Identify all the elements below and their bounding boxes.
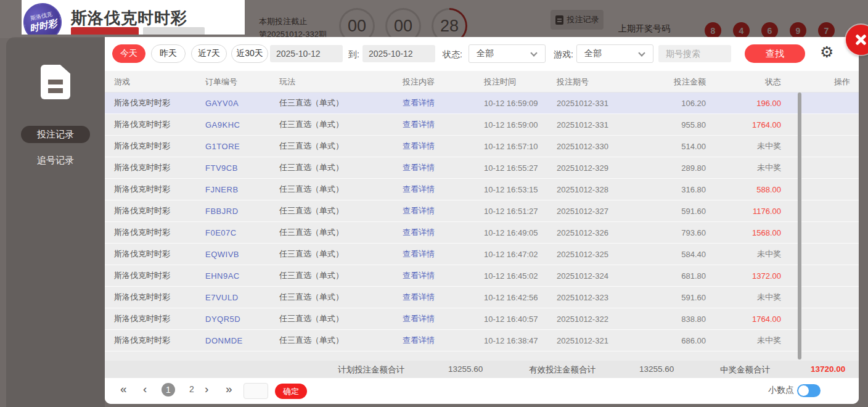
view-details-link[interactable]: 查看详情 [403, 205, 484, 216]
view-details-link[interactable]: 查看详情 [403, 270, 484, 281]
cell-amount: 591.60 [681, 207, 706, 216]
cell-order-code[interactable]: E7VULD [205, 293, 279, 302]
prev-page-button[interactable]: ‹ [143, 382, 147, 396]
view-details-link[interactable]: 查看详情 [403, 141, 484, 152]
period-search-input[interactable] [658, 45, 731, 62]
cell-game: 斯洛伐克时时彩 [114, 97, 205, 109]
view-details-link[interactable]: 查看详情 [403, 162, 484, 173]
date-to-input[interactable] [362, 45, 435, 62]
status-select[interactable]: 全部 [469, 44, 546, 63]
page-jump-input[interactable] [244, 383, 268, 399]
cell-order-code[interactable]: FBBJRD [205, 207, 279, 216]
decimal-label: 小数点 [768, 385, 794, 396]
table-row[interactable]: 斯洛伐克时时彩EQWIVB任三直选（单式）查看详情10-12 16:47:022… [105, 244, 859, 265]
table-row[interactable]: 斯洛伐克时时彩FBBJRD任三直选（单式）查看详情10-12 16:51:272… [105, 200, 859, 222]
cell-game: 斯洛伐克时时彩 [114, 270, 205, 281]
game-label: 游戏: [554, 49, 573, 60]
view-details-link[interactable]: 查看详情 [403, 313, 484, 324]
page-number-1[interactable]: 1 [162, 383, 175, 397]
view-details-link[interactable]: 查看详情 [403, 97, 484, 109]
bet-records-modal: 今天昨天近7天近30天 到: 状态: 全部 游戏: 全部 查找 ⚙ 游戏订单编号… [105, 37, 859, 404]
date-from-input[interactable] [270, 45, 343, 62]
column-header: 状态 [765, 76, 781, 88]
cell-amount: 686.00 [681, 336, 706, 345]
view-details-link[interactable]: 查看详情 [403, 184, 484, 195]
table-row[interactable]: 斯洛伐克时时彩F0E07C任三直选（单式）查看详情10-12 16:49:052… [105, 222, 859, 244]
cell-amount: 681.80 [681, 271, 706, 281]
table-header: 游戏订单编号玩法投注内容投注时间投注期号投注金额状态操作 [105, 71, 859, 92]
view-details-link[interactable]: 查看详情 [403, 249, 484, 260]
cell-bet-time: 10-12 16:51:27 [484, 207, 557, 216]
win-total-label: 中奖金额合计 [720, 364, 770, 376]
cell-order-code[interactable]: GA9KHC [205, 120, 279, 130]
cell-order-code[interactable]: F0E07C [205, 228, 279, 237]
page-confirm-button[interactable]: 确定 [275, 384, 307, 399]
cell-period: 20251012-331 [557, 99, 674, 108]
cell-bet-time: 10-12 16:55:27 [484, 163, 557, 173]
cell-play-type: 任三直选（单式） [279, 141, 403, 152]
cell-game: 斯洛伐克时时彩 [114, 292, 205, 303]
cell-order-code[interactable]: DONMDE [205, 336, 279, 345]
table-row[interactable]: 斯洛伐克时时彩FJNERB任三直选（单式）查看详情10-12 16:53:152… [105, 179, 859, 200]
cell-bet-time: 10-12 16:45:02 [484, 271, 557, 281]
cell-bet-time: 10-12 16:42:56 [484, 293, 557, 302]
view-details-link[interactable]: 查看详情 [403, 227, 484, 238]
first-page-button[interactable]: « [120, 382, 127, 396]
cell-order-code[interactable]: FJNERB [205, 185, 279, 194]
cell-bet-time: 10-12 16:49:05 [484, 228, 557, 237]
quick-filter-4[interactable]: 近30天 [231, 44, 268, 63]
next-page-button[interactable]: › [205, 382, 208, 396]
table-row[interactable]: 斯洛伐克时时彩DONMDE任三直选（单式）查看详情10-12 16:38:472… [105, 330, 859, 352]
gear-icon[interactable]: ⚙ [820, 43, 833, 61]
table-row[interactable]: 斯洛伐克时时彩FTV9CB任三直选（单式）查看详情10-12 16:55:272… [105, 157, 859, 179]
column-header: 订单编号 [205, 76, 279, 88]
record-doc-icon [41, 65, 70, 99]
cell-period: 20251012-330 [557, 142, 674, 151]
cell-amount: 584.40 [681, 250, 706, 259]
view-details-link[interactable]: 查看详情 [403, 335, 484, 346]
cell-bet-time: 10-12 16:40:57 [484, 314, 557, 324]
table-row[interactable]: 斯洛伐克时时彩DYQR5D任三直选（单式）查看详情10-12 16:40:572… [105, 308, 859, 330]
page-number-2[interactable]: 2 [185, 384, 199, 394]
view-details-link[interactable]: 查看详情 [403, 119, 484, 130]
view-details-link[interactable]: 查看详情 [403, 292, 484, 303]
table-row[interactable]: 斯洛伐克时时彩EHN9AC任三直选（单式）查看详情10-12 16:45:022… [105, 265, 859, 287]
cell-status: 未中奖 [757, 162, 781, 173]
search-button[interactable]: 查找 [745, 44, 805, 63]
column-header: 投注期号 [557, 76, 674, 88]
game-select[interactable]: 全部 [576, 44, 653, 63]
cell-order-code[interactable]: G1TORE [205, 142, 279, 151]
sidebar-item-chase-records[interactable]: 追号记录 [21, 152, 90, 169]
table-scrollbar[interactable] [798, 92, 801, 360]
cell-game: 斯洛伐克时时彩 [114, 313, 205, 324]
cell-order-code[interactable]: EHN9AC [205, 271, 279, 281]
cell-order-code[interactable]: GAYV0A [205, 99, 279, 108]
table-row[interactable]: 斯洛伐克时时彩GA9KHC任三直选（单式）查看详情10-12 16:59:002… [105, 114, 859, 136]
modal-sidebar: 投注记录追号记录 [6, 37, 105, 407]
cell-play-type: 任三直选（单式） [279, 97, 403, 109]
cell-game: 斯洛伐克时时彩 [114, 227, 205, 238]
cell-period: 20251012-328 [557, 185, 674, 194]
column-header: 游戏 [114, 76, 205, 88]
cell-amount: 106.20 [681, 99, 706, 108]
cell-order-code[interactable]: FTV9CB [205, 163, 279, 173]
red-badge [71, 27, 139, 35]
sidebar-item-bet-records[interactable]: 投注记录 [21, 126, 90, 143]
quick-filter-1[interactable]: 今天 [112, 44, 145, 63]
table-row[interactable]: 斯洛伐克时时彩E7VULD任三直选（单式）查看详情10-12 16:42:562… [105, 287, 859, 308]
decimal-toggle[interactable] [797, 384, 821, 397]
cell-play-type: 任三直选（单式） [279, 270, 403, 281]
cell-amount: 316.80 [681, 185, 706, 194]
last-page-button[interactable]: » [226, 382, 232, 396]
column-header: 玩法 [279, 76, 403, 88]
quick-filter-2[interactable]: 昨天 [151, 44, 186, 63]
cell-play-type: 任三直选（单式） [279, 335, 403, 346]
table-row[interactable]: 斯洛伐克时时彩GAYV0A任三直选（单式）查看详情10-12 16:59:092… [105, 92, 859, 114]
cell-order-code[interactable]: EQWIVB [205, 250, 279, 259]
cell-period: 20251012-326 [557, 228, 674, 237]
table-row[interactable]: 斯洛伐克时时彩G1TORE任三直选（单式）查看详情10-12 16:57:102… [105, 136, 859, 157]
cell-order-code[interactable]: DYQR5D [205, 314, 279, 324]
cell-status: 1568.00 [752, 228, 781, 237]
cell-status: 588.00 [756, 185, 781, 194]
quick-filter-3[interactable]: 近7天 [191, 44, 227, 63]
